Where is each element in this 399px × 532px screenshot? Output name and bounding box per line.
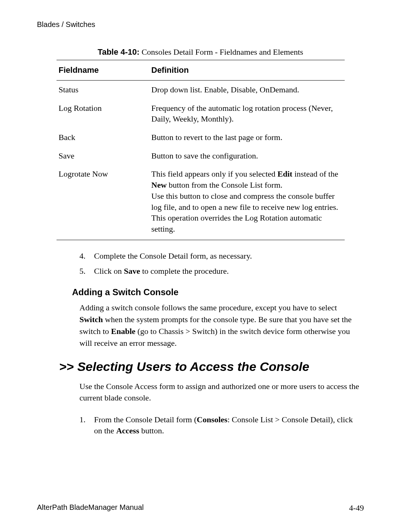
cell-def: Frequency of the automatic log rotation … <box>149 99 345 128</box>
cell-def: This field appears only if you selected … <box>149 165 345 240</box>
running-header: Blades / Switches <box>37 20 364 29</box>
paragraph: Use the Console Access form to assign an… <box>79 381 360 404</box>
table-row: Log Rotation Frequency of the automatic … <box>57 99 345 128</box>
step-number: 5. <box>79 266 92 277</box>
list-item: 5. Click on Save to complete the procedu… <box>79 266 364 277</box>
page-footer: AlterPath BladeManager Manual 4-49 <box>37 503 364 513</box>
col-definition: Definition <box>149 60 345 81</box>
cell-field: Log Rotation <box>57 99 149 128</box>
col-fieldname: Fieldname <box>57 60 149 81</box>
procedure-steps: 1. From the Console Detail form (Console… <box>79 414 364 436</box>
cell-field: Status <box>57 81 149 99</box>
cell-def: Button to revert to the last page or for… <box>149 128 345 147</box>
table-caption: Table 4-10: Consoles Detail Form - Field… <box>37 47 364 57</box>
step-text: Click on Save to complete the procedure. <box>94 266 360 277</box>
table-title: Consoles Detail Form - Fieldnames and El… <box>140 47 303 57</box>
cell-def: Button to save the configuration. <box>149 147 345 165</box>
cell-field: Logrotate Now <box>57 165 149 240</box>
procedure-steps: 4. Complete the Console Detail form, as … <box>79 250 364 277</box>
fieldnames-table: Fieldname Definition Status Drop down li… <box>57 60 345 240</box>
section-heading: Adding a Switch Console <box>72 287 364 297</box>
step-number: 1. <box>79 414 92 425</box>
list-item: 1. From the Console Detail form (Console… <box>79 414 364 436</box>
table-row: Back Button to revert to the last page o… <box>57 128 345 147</box>
table-row: Save Button to save the configuration. <box>57 147 345 165</box>
cell-field: Back <box>57 128 149 147</box>
cell-def: Drop down list. Enable, Disable, OnDeman… <box>149 81 345 99</box>
step-text: Complete the Console Detail form, as nec… <box>94 250 360 262</box>
list-item: 4. Complete the Console Detail form, as … <box>79 250 364 262</box>
table-row: Status Drop down list. Enable, Disable, … <box>57 81 345 99</box>
table-row: Logrotate Now This field appears only if… <box>57 165 345 240</box>
table-number: Table 4-10: <box>98 47 139 57</box>
paragraph: Adding a switch console follows the same… <box>79 302 360 349</box>
footer-title: AlterPath BladeManager Manual <box>37 503 144 513</box>
cell-field: Save <box>57 147 149 165</box>
step-text: From the Console Detail form (Consoles: … <box>94 414 360 436</box>
major-heading: >> Selecting Users to Access the Console <box>59 359 364 374</box>
step-number: 4. <box>79 250 92 262</box>
page-number: 4-49 <box>349 503 364 513</box>
